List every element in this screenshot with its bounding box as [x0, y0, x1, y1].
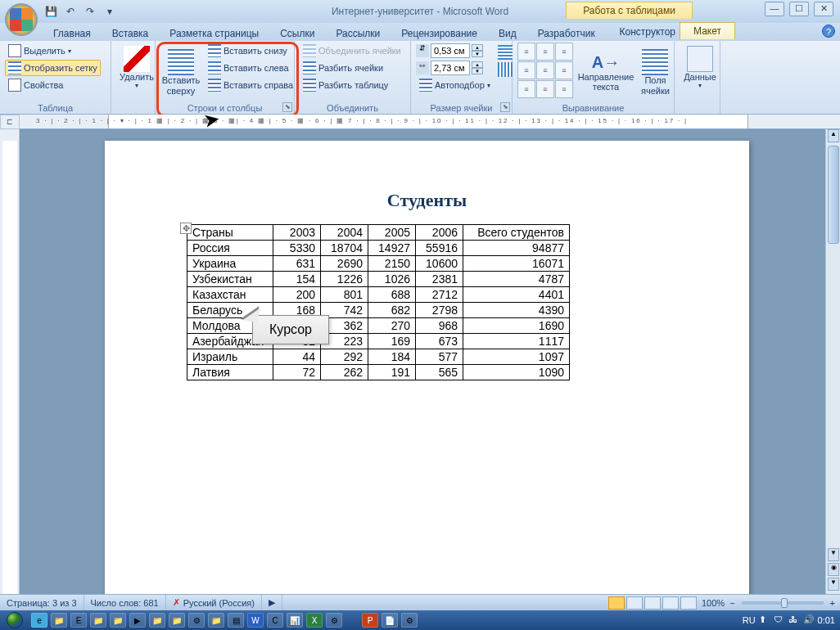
task-app2[interactable]: E — [70, 613, 87, 628]
task-app10[interactable]: ▤ — [228, 613, 244, 628]
task-app1[interactable]: 📁 — [51, 613, 67, 628]
autofit-button[interactable]: Автоподбор ▾ — [416, 77, 494, 93]
align-ml[interactable]: ≡ — [517, 61, 535, 79]
status-macro[interactable]: ▶ — [262, 595, 282, 610]
status-spelling[interactable]: ✗Русский (Россия) — [166, 595, 262, 610]
cell-margins-button[interactable]: Поля ячейки — [639, 43, 672, 102]
table-cell[interactable]: 2712 — [416, 287, 463, 303]
help-button[interactable]: ? — [822, 25, 835, 38]
table-cell[interactable]: 1690 — [463, 318, 570, 334]
distribute-rows-button[interactable] — [497, 44, 513, 61]
table-cell[interactable]: 18704 — [321, 241, 368, 256]
data-table[interactable]: Страны 2003 2004 2005 2006 Всего студент… — [187, 224, 570, 380]
table-cell[interactable]: 2690 — [321, 256, 368, 272]
table-cell[interactable]: Украина — [187, 256, 273, 272]
height-down[interactable]: ▼ — [472, 51, 483, 57]
distribute-cols-button[interactable] — [497, 61, 513, 78]
table-cell[interactable]: 200 — [273, 287, 321, 303]
status-words[interactable]: Число слов: 681 — [84, 595, 166, 610]
table-cell[interactable]: 72 — [273, 365, 321, 380]
start-button[interactable] — [0, 610, 29, 630]
table-cell[interactable]: 2381 — [416, 272, 463, 287]
view-outline[interactable] — [662, 596, 679, 610]
task-app3[interactable]: 📁 — [90, 613, 106, 628]
table-cell[interactable]: 1097 — [463, 349, 570, 365]
col-total[interactable]: Всего студентов — [463, 225, 570, 241]
insert-above-button[interactable]: Вставить сверху — [160, 43, 201, 102]
insert-left-button[interactable]: Вставить слева — [205, 60, 296, 76]
table-row[interactable]: Украина631269021501060016071 — [187, 256, 570, 272]
zoom-in[interactable]: + — [830, 598, 835, 608]
tab-references[interactable]: Ссылки — [269, 25, 325, 41]
task-app12[interactable]: 📊 — [287, 613, 303, 628]
minimize-button[interactable]: — — [765, 2, 784, 16]
table-cell[interactable]: 94877 — [463, 241, 570, 256]
tray-clock[interactable]: 0:01 — [818, 615, 835, 625]
table-cell[interactable]: Россия — [187, 241, 273, 256]
document-area[interactable]: Студенты ✥ Страны 2003 2004 2005 2006 Вс… — [20, 129, 825, 594]
align-mr[interactable]: ≡ — [555, 61, 573, 79]
ruler-corner[interactable]: ⊏ — [0, 115, 20, 129]
close-button[interactable]: ✕ — [814, 2, 833, 16]
vertical-ruler[interactable] — [0, 129, 20, 594]
table-cell[interactable]: 577 — [416, 349, 463, 365]
table-cell[interactable]: 4390 — [463, 303, 570, 318]
tray-network-icon[interactable]: 🖧 — [788, 614, 800, 626]
width-up[interactable]: ▲ — [472, 61, 483, 68]
zoom-out[interactable]: − — [729, 598, 734, 608]
table-cell[interactable]: 5330 — [273, 241, 321, 256]
task-app13[interactable]: ⚙ — [326, 613, 342, 628]
tray-volume-icon[interactable]: 🔊 — [803, 614, 815, 626]
office-button[interactable] — [5, 3, 38, 36]
table-row[interactable]: Азербайджан522231696731117 — [187, 334, 570, 349]
text-direction-button[interactable]: A→ Направление текста — [576, 43, 635, 102]
tab-mailings[interactable]: Рассылки — [325, 25, 391, 41]
task-app14[interactable]: 📄 — [382, 613, 398, 628]
tab-design[interactable]: Конструктор — [611, 23, 684, 40]
gridlines-button[interactable]: Отобразить сетку — [5, 60, 101, 76]
properties-button[interactable]: Свойства — [5, 77, 101, 93]
qat-dropdown-icon[interactable]: ▾ — [102, 3, 118, 20]
task-app9[interactable]: 📁 — [208, 613, 224, 628]
table-cell[interactable]: 262 — [321, 365, 368, 380]
table-cell[interactable]: 631 — [273, 256, 321, 272]
table-cell[interactable]: 673 — [416, 334, 463, 349]
table-cell[interactable]: 4787 — [463, 272, 570, 287]
table-cell[interactable]: Латвия — [187, 365, 273, 380]
table-row[interactable]: Казахстан20080168827124401 — [187, 287, 570, 303]
data-button[interactable]: Данные ▾ — [680, 43, 720, 92]
horizontal-ruler[interactable]: 3 · | · 2 · | · 1 · | · ▾ · | · 1 ▦ | · … — [20, 115, 840, 129]
align-bl[interactable]: ≡ — [517, 80, 535, 98]
qat-undo-icon[interactable]: ↶ — [62, 3, 79, 20]
task-app6[interactable]: 📁 — [149, 613, 165, 628]
insert-below-button[interactable]: Вставить снизу — [205, 43, 296, 59]
width-down[interactable]: ▼ — [472, 68, 483, 74]
row-height-input[interactable] — [431, 43, 470, 58]
table-row[interactable]: Израиль442921845771097 — [187, 349, 570, 365]
view-web[interactable] — [644, 596, 661, 610]
table-cell[interactable]: 14927 — [368, 241, 416, 256]
prev-page[interactable]: ◉ — [828, 563, 839, 576]
align-tr[interactable]: ≡ — [555, 43, 573, 61]
col-2005[interactable]: 2005 — [368, 225, 416, 241]
table-cell[interactable]: 191 — [368, 365, 416, 380]
table-cell[interactable]: 1090 — [463, 365, 570, 380]
cell-size-launcher[interactable]: ⬊ — [500, 102, 510, 112]
status-page[interactable]: Страница: 3 из 3 — [0, 595, 84, 610]
table-row[interactable]: Россия533018704149275591694877 — [187, 241, 570, 256]
table-cell[interactable]: 154 — [273, 272, 321, 287]
table-cell[interactable]: 1226 — [321, 272, 368, 287]
table-cell[interactable]: Казахстан — [187, 287, 273, 303]
view-draft[interactable] — [680, 596, 697, 610]
tab-view[interactable]: Вид — [488, 25, 527, 41]
table-cell[interactable]: 270 — [368, 318, 416, 334]
task-app8[interactable]: ⚙ — [188, 613, 205, 628]
height-up[interactable]: ▲ — [472, 44, 483, 51]
table-row[interactable]: Латвия722621915651090 — [187, 365, 570, 380]
scroll-thumb[interactable] — [828, 146, 839, 244]
select-button[interactable]: Выделить ▾ — [5, 43, 101, 59]
col-2006[interactable]: 2006 — [416, 225, 463, 241]
col-2003[interactable]: 2003 — [273, 225, 321, 241]
task-app4[interactable]: 📁 — [110, 613, 126, 628]
tab-developer[interactable]: Разработчик — [527, 25, 606, 41]
